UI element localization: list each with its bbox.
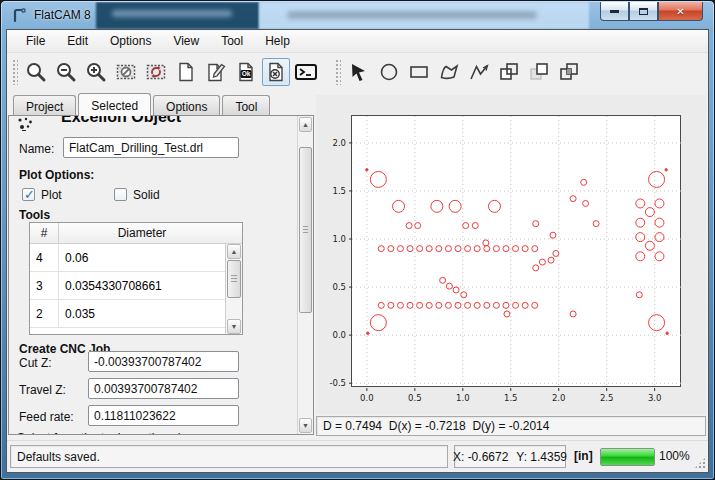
drill-hole-marker xyxy=(446,283,452,289)
drill-hole-marker xyxy=(583,200,589,206)
shell-button[interactable] xyxy=(292,58,320,86)
tab-tool[interactable]: Tool xyxy=(222,95,270,115)
drill-hole-marker xyxy=(522,246,528,252)
cancel-file-button[interactable] xyxy=(262,58,290,86)
client-area: File Edit Options View Tool Help xyxy=(6,29,709,473)
minimize-button[interactable] xyxy=(600,2,629,21)
replot-icon xyxy=(145,61,167,83)
zoom-out-button[interactable] xyxy=(52,58,80,86)
new-file-button[interactable] xyxy=(172,58,200,86)
cutz-input[interactable] xyxy=(88,351,239,372)
scrollbar-thumb[interactable] xyxy=(227,260,241,298)
drill-hole-marker xyxy=(513,302,519,308)
zoom-in-button[interactable] xyxy=(82,58,110,86)
table-row[interactable]: 3 0.0354330708661 xyxy=(30,272,242,300)
menu-edit[interactable]: Edit xyxy=(56,31,99,51)
cutz-label: Cut Z: xyxy=(19,356,52,370)
y-tick-label: -0.5 xyxy=(329,378,346,388)
col-header-diameter[interactable]: Diameter xyxy=(59,223,225,243)
title-bar[interactable]: FlatCAM 8 ✕ xyxy=(2,2,713,29)
drill-hole-marker xyxy=(461,292,467,298)
plot-checkbox[interactable]: ✓ xyxy=(22,188,35,201)
ok-file-button[interactable]: Ok xyxy=(232,58,260,86)
x-tick-label: 2.5 xyxy=(600,393,614,403)
replot-button[interactable] xyxy=(142,58,170,86)
subtract-button[interactable] xyxy=(525,58,553,86)
menu-options[interactable]: Options xyxy=(99,31,162,51)
drill-hole-marker xyxy=(474,302,480,308)
travelz-label: Travel Z: xyxy=(19,383,66,397)
drill-hole-marker xyxy=(484,302,490,308)
window-title: FlatCAM 8 xyxy=(34,8,91,22)
drill-hole-marker xyxy=(366,169,368,171)
scroll-down-arrow[interactable]: ▼ xyxy=(299,418,312,433)
progress-fill xyxy=(601,449,654,465)
solid-checkbox-label[interactable]: Solid xyxy=(133,188,160,202)
app-window: FlatCAM 8 ✕ File Edit Options View Tool … xyxy=(0,0,715,480)
edit-file-button[interactable] xyxy=(202,58,230,86)
drill-hole-marker xyxy=(465,246,471,252)
tab-selected[interactable]: Selected xyxy=(78,93,151,116)
drill-hole-marker xyxy=(513,246,519,252)
menu-tool[interactable]: Tool xyxy=(210,31,254,51)
drill-hole-marker xyxy=(445,246,451,252)
drill-hole-marker xyxy=(503,302,509,308)
y-tick-label: 0.5 xyxy=(332,282,346,292)
drill-hole-marker xyxy=(415,223,421,229)
tools-note: Select from the tools section above xyxy=(17,431,204,435)
scroll-down-arrow[interactable]: ▼ xyxy=(227,319,241,334)
col-header-number[interactable]: # xyxy=(30,223,59,243)
maximize-button[interactable] xyxy=(629,2,658,21)
panel-scrollbar[interactable]: ▲ ▼ xyxy=(297,116,313,434)
drill-hole-marker xyxy=(503,246,509,252)
union-button[interactable] xyxy=(495,58,523,86)
clear-plot-button[interactable] xyxy=(112,58,140,86)
menu-help[interactable]: Help xyxy=(254,31,301,51)
menu-view[interactable]: View xyxy=(162,31,210,51)
x-tick-label: 1.0 xyxy=(456,393,470,403)
plot-axes[interactable]: 0.00.51.01.52.02.53.0-0.50.00.51.01.52.0 xyxy=(351,115,681,387)
table-row[interactable]: 2 0.035 xyxy=(30,300,242,328)
feedrate-input[interactable] xyxy=(88,405,239,426)
drill-hole-marker xyxy=(539,259,545,265)
solid-checkbox[interactable]: ✓ xyxy=(114,188,127,201)
draw-polygon-button[interactable] xyxy=(435,58,463,86)
plot-checkbox-label[interactable]: Plot xyxy=(41,188,62,202)
drill-hole-marker xyxy=(367,332,369,334)
selected-object-panel: Excellon Object Name: Plot Options: ✓ Pl… xyxy=(8,115,314,435)
zoom-in-icon xyxy=(85,61,107,83)
background-window-glass xyxy=(96,2,259,29)
draw-polyline-button[interactable] xyxy=(465,58,493,86)
resize-grip[interactable] xyxy=(694,457,706,469)
draw-circle-button[interactable] xyxy=(375,58,403,86)
scroll-up-arrow[interactable]: ▲ xyxy=(227,244,241,259)
select-arrow-icon xyxy=(348,61,370,83)
name-input[interactable] xyxy=(63,137,239,158)
drill-hole-marker xyxy=(570,311,576,317)
drill-hole-marker xyxy=(440,277,446,283)
menu-file[interactable]: File xyxy=(15,31,56,51)
table-row[interactable]: 4 0.06 xyxy=(30,244,242,272)
ok-file-icon: Ok xyxy=(235,61,257,83)
union-icon xyxy=(498,61,520,83)
table-scrollbar[interactable]: ▲ ▼ xyxy=(225,244,242,334)
toolbar-drag-handle[interactable] xyxy=(12,59,18,85)
toolbar-drag-handle[interactable] xyxy=(335,59,341,85)
draw-rectangle-button[interactable] xyxy=(405,58,433,86)
feedrate-label: Feed rate: xyxy=(19,410,74,424)
select-arrow-button[interactable] xyxy=(345,58,373,86)
zoom-fit-button[interactable] xyxy=(22,58,50,86)
travelz-input[interactable] xyxy=(88,378,239,399)
drill-hole-marker xyxy=(378,246,384,252)
scroll-up-arrow[interactable]: ▲ xyxy=(299,117,312,132)
cursor-y: Y: 1.4359 xyxy=(516,450,567,464)
tab-options[interactable]: Options xyxy=(153,95,220,115)
tab-project[interactable]: Project xyxy=(13,95,76,115)
units-indicator: [in] xyxy=(574,449,593,463)
intersect-button[interactable] xyxy=(555,58,583,86)
plot-canvas[interactable]: 0.00.51.01.52.02.53.0-0.50.00.51.01.52.0 xyxy=(316,95,706,414)
status-bar: Defaults saved. X: -0.6672 Y: 1.4359 [in… xyxy=(7,440,708,472)
drill-hole-marker xyxy=(483,240,489,246)
close-button[interactable]: ✕ xyxy=(658,2,703,21)
scrollbar-thumb[interactable] xyxy=(299,147,312,313)
